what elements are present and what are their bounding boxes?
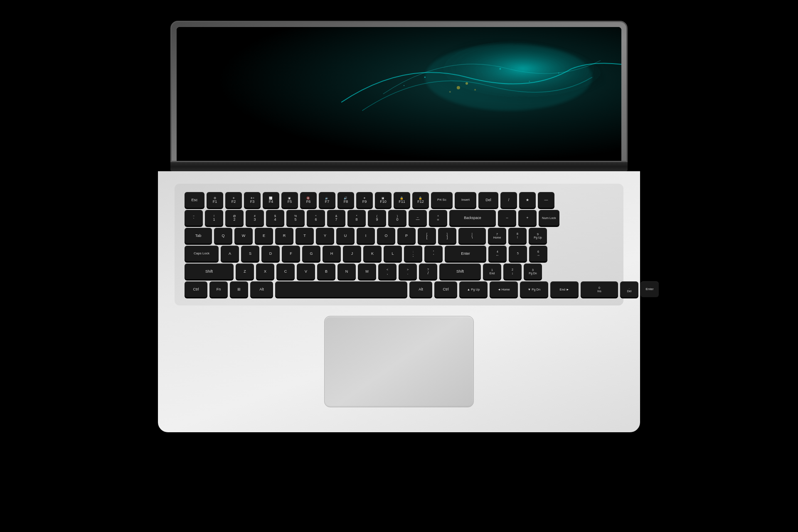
key-s[interactable]: S: [241, 246, 259, 261]
key-m[interactable]: M: [358, 264, 376, 279]
key-period[interactable]: >.: [399, 264, 417, 279]
key-capslock[interactable]: Caps Lock: [185, 246, 219, 261]
key-num8[interactable]: 8↑: [508, 228, 527, 244]
key-8[interactable]: *8: [347, 210, 366, 226]
key-numpad-plus[interactable]: +: [518, 210, 537, 226]
key-w[interactable]: W: [234, 228, 253, 244]
key-end[interactable]: End ►: [550, 281, 579, 297]
key-lbracket[interactable]: {[: [418, 228, 436, 244]
key-x[interactable]: X: [256, 264, 274, 279]
key-numdot[interactable]: .Del: [620, 281, 638, 297]
key-numlock[interactable]: Num Lock: [539, 210, 559, 226]
key-f[interactable]: F: [282, 246, 300, 261]
key-f9[interactable]: ✶F9: [356, 192, 373, 208]
key-j[interactable]: J: [343, 246, 361, 261]
key-f2[interactable]: ☀F2: [225, 192, 242, 208]
key-slash[interactable]: ?/: [419, 264, 437, 279]
key-win[interactable]: ⊞: [230, 281, 248, 297]
key-numpad-dash-fn[interactable]: —: [538, 192, 554, 208]
key-5[interactable]: %5: [286, 210, 305, 226]
key-n[interactable]: N: [337, 264, 356, 279]
key-space[interactable]: [275, 281, 407, 297]
key-num7[interactable]: 7Home: [488, 228, 506, 244]
key-i[interactable]: I: [357, 228, 375, 244]
key-7[interactable]: &7: [327, 210, 345, 226]
key-num6[interactable]: 6→: [529, 246, 547, 261]
key-f11[interactable]: 🔒F11: [394, 192, 410, 208]
key-prtsc[interactable]: Prt Sc: [431, 192, 453, 208]
key-3[interactable]: #3: [246, 210, 264, 226]
key-right-shift[interactable]: Shift: [439, 264, 481, 279]
key-num2[interactable]: 2↓: [503, 264, 522, 279]
key-f5[interactable]: ▣F5: [281, 192, 298, 208]
key-comma[interactable]: <,: [378, 264, 397, 279]
key-f12[interactable]: 🔒F12: [412, 192, 429, 208]
key-numpad-star-fn[interactable]: ★: [519, 192, 536, 208]
key-backslash[interactable]: |\: [458, 228, 486, 244]
key-o[interactable]: O: [377, 228, 395, 244]
touchpad[interactable]: [324, 316, 474, 407]
key-numenter[interactable]: Enter: [640, 281, 659, 297]
key-pgup[interactable]: ▲ Pg Up: [459, 281, 488, 297]
key-fn[interactable]: Fn: [209, 281, 228, 297]
key-num5[interactable]: 5: [509, 246, 527, 261]
key-z[interactable]: Z: [236, 264, 254, 279]
key-backtick[interactable]: ~`: [185, 210, 203, 226]
key-f8[interactable]: 🔊F8: [337, 192, 354, 208]
key-2[interactable]: @2: [225, 210, 244, 226]
key-semicolon[interactable]: :;: [404, 246, 422, 261]
key-1[interactable]: !1: [205, 210, 223, 226]
key-h[interactable]: H: [323, 246, 341, 261]
key-quote[interactable]: "': [424, 246, 443, 261]
key-l[interactable]: L: [384, 246, 402, 261]
key-num3[interactable]: 3Pg Dn: [524, 264, 542, 279]
key-b[interactable]: B: [317, 264, 335, 279]
key-6[interactable]: ^6: [307, 210, 325, 226]
key-e[interactable]: E: [255, 228, 273, 244]
key-left-ctrl[interactable]: Ctrl: [185, 281, 207, 297]
key-minus[interactable]: _—: [409, 210, 427, 226]
key-c[interactable]: C: [276, 264, 295, 279]
key-v[interactable]: V: [297, 264, 315, 279]
key-num1[interactable]: 1End: [483, 264, 501, 279]
key-4[interactable]: $4: [266, 210, 284, 226]
key-k[interactable]: K: [363, 246, 382, 261]
key-right-ctrl[interactable]: Ctrl: [434, 281, 457, 297]
key-a[interactable]: A: [221, 246, 239, 261]
key-enter[interactable]: Enter: [445, 246, 486, 261]
key-right-alt[interactable]: Alt: [409, 281, 432, 297]
key-f4[interactable]: ⬜F4: [263, 192, 279, 208]
key-left-shift[interactable]: Shift: [185, 264, 234, 279]
key-r[interactable]: R: [275, 228, 293, 244]
key-y[interactable]: Y: [316, 228, 334, 244]
key-del[interactable]: Del: [478, 192, 498, 208]
key-esc[interactable]: Esc: [185, 192, 204, 208]
key-t[interactable]: T: [296, 228, 314, 244]
key-f10[interactable]: ▣F10: [375, 192, 392, 208]
key-9[interactable]: (9: [368, 210, 386, 226]
key-pgdn[interactable]: ▼ Pg Dn: [520, 281, 548, 297]
key-left-alt[interactable]: Alt: [250, 281, 273, 297]
key-num4[interactable]: 4←: [488, 246, 507, 261]
key-p[interactable]: P: [397, 228, 416, 244]
asdf-key-row: Caps Lock A S D F G H J K L :; "' Enter …: [185, 246, 613, 261]
key-numpad-minus[interactable]: –: [498, 210, 516, 226]
key-home[interactable]: ◄ Home: [490, 281, 518, 297]
key-f3[interactable]: ☀+F3: [244, 192, 261, 208]
key-f6[interactable]: 🔇F6: [300, 192, 317, 208]
key-q[interactable]: Q: [214, 228, 232, 244]
key-d[interactable]: D: [261, 246, 280, 261]
key-insert[interactable]: Insert: [455, 192, 476, 208]
key-0[interactable]: )0: [388, 210, 406, 226]
key-u[interactable]: U: [336, 228, 355, 244]
key-numpad-slash-fn[interactable]: /: [500, 192, 517, 208]
key-g[interactable]: G: [302, 246, 320, 261]
key-equals[interactable]: +=: [429, 210, 447, 226]
key-tab[interactable]: Tab: [185, 228, 212, 244]
key-num9[interactable]: 9Pg Up: [529, 228, 547, 244]
key-num0[interactable]: 0Ins: [581, 281, 618, 297]
key-backspace[interactable]: Backspace: [449, 210, 496, 226]
key-rbracket[interactable]: }]: [438, 228, 456, 244]
key-f7[interactable]: 🔉F7: [319, 192, 335, 208]
key-f1[interactable]: ⚙F1: [207, 192, 223, 208]
